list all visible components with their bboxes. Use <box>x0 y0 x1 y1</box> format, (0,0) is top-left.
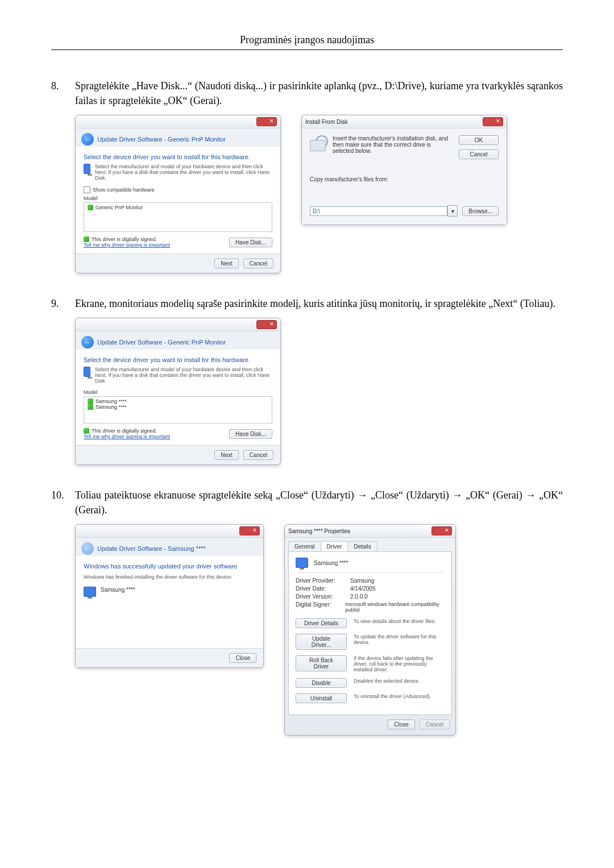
update-driver-dialog: ← Update Driver Software - Generic PnP M… <box>75 115 281 273</box>
next-button[interactable]: Next <box>214 450 239 460</box>
monitor-icon <box>84 587 96 597</box>
dialog-message: Insert the manufacturer's installation d… <box>333 135 453 154</box>
dialog-info: Select the manufacturer and model of you… <box>95 164 272 181</box>
driver-details-button[interactable]: Driver Details <box>296 618 347 628</box>
step-10: 10. Toliau pateiktuose ekranuose spragte… <box>51 488 563 517</box>
step-9: 9. Ekrane, monitoriaus modelių sąraše pa… <box>51 296 563 311</box>
shield-icon <box>88 398 93 404</box>
cancel-button[interactable]: Cancel <box>243 450 273 460</box>
breadcrumb: Update Driver Software - Samsung **** <box>97 545 206 552</box>
breadcrumb: Update Driver Software - Generic PnP Mon… <box>97 339 226 346</box>
cancel-button: Cancel <box>420 720 450 729</box>
disable-button[interactable]: Disable <box>296 678 347 688</box>
shield-icon <box>84 428 89 434</box>
dialog-heading: Select the device driver you want to ins… <box>84 153 272 160</box>
back-icon[interactable]: ← <box>81 133 94 146</box>
tab-general[interactable]: General <box>288 541 321 551</box>
roll-back-button[interactable]: Roll Back Driver <box>296 655 347 671</box>
step-8: 8. Spragtelėkite „Have Disk...“ (Naudoti… <box>51 78 563 108</box>
monitor-icon <box>296 558 308 568</box>
step-number: 10. <box>51 488 75 502</box>
device-name: Samsung **** <box>314 560 349 566</box>
uninstall-button[interactable]: Uninstall <box>296 693 347 703</box>
close-icon[interactable] <box>256 117 277 126</box>
cancel-button[interactable]: Cancel <box>243 259 273 268</box>
shield-icon <box>88 205 93 210</box>
tab-details[interactable]: Details <box>347 541 377 551</box>
signing-link[interactable]: Tell me why driver signing is important <box>84 434 170 439</box>
next-button[interactable]: Next <box>214 259 239 268</box>
monitor-icon <box>84 367 90 377</box>
breadcrumb: Update Driver Software - Generic PnP Mon… <box>97 136 226 143</box>
device-name: Samsung **** <box>101 587 135 597</box>
back-icon: ← <box>81 542 94 555</box>
disk-icon <box>310 135 327 152</box>
browse-button[interactable]: Browse... <box>462 206 499 216</box>
chevron-down-icon[interactable]: ▾ <box>447 205 458 217</box>
close-icon[interactable] <box>483 117 503 126</box>
tab-driver[interactable]: Driver <box>321 541 349 551</box>
model-label: Model <box>84 196 272 201</box>
close-icon[interactable] <box>256 320 277 329</box>
have-disk-button[interactable]: Have Disk... <box>229 238 272 247</box>
install-from-disk-dialog: Install From Disk Insert the manufacture… <box>301 115 507 225</box>
model-list[interactable]: Generic PnP Monitor <box>84 202 272 232</box>
close-button[interactable]: Close <box>229 653 256 663</box>
dialog-heading: Select the device driver you want to ins… <box>84 356 272 363</box>
dialog-title: Samsung **** Properties <box>288 528 350 534</box>
shield-icon <box>88 404 93 410</box>
close-button[interactable]: Close <box>388 720 415 729</box>
step-number: 9. <box>51 296 75 311</box>
signing-link[interactable]: Tell me why driver signing is important <box>84 242 170 248</box>
select-model-dialog: ← Update Driver Software - Generic PnP M… <box>75 318 281 465</box>
page-header: Programinės įrangos naudojimas <box>51 34 563 50</box>
step-text: Spragtelėkite „Have Disk...“ (Naudoti di… <box>75 78 563 108</box>
step-text: Toliau pateiktuose ekranuose spragtelėki… <box>75 488 563 517</box>
update-success-dialog: ← Update Driver Software - Samsung **** … <box>75 524 264 668</box>
monitor-icon <box>84 164 90 174</box>
dialog-subtext: Windows has finished installing the driv… <box>84 574 255 580</box>
dialog-title: Install From Disk <box>305 119 347 125</box>
close-icon[interactable] <box>432 526 452 535</box>
step-number: 8. <box>51 78 75 93</box>
close-icon[interactable] <box>239 526 260 535</box>
step-text: Ekrane, monitoriaus modelių sąraše pasir… <box>75 296 563 311</box>
update-driver-button[interactable]: Update Driver... <box>296 634 347 650</box>
cancel-button[interactable]: Cancel <box>459 149 499 159</box>
properties-dialog: Samsung **** Properties General Driver D… <box>284 524 456 736</box>
model-label: Model <box>84 389 272 395</box>
show-compatible-checkbox[interactable]: Show compatible hardware <box>84 186 272 193</box>
back-icon[interactable]: ← <box>81 336 94 348</box>
copy-from-label: Copy manufacturer's files from: <box>310 176 499 182</box>
dialog-info: Select the manufacturer and model of you… <box>95 367 272 384</box>
path-input[interactable] <box>310 206 447 216</box>
have-disk-button[interactable]: Have Disk... <box>229 429 272 439</box>
shield-icon <box>84 236 89 242</box>
dialog-heading: Windows has successfully updated your dr… <box>84 563 255 570</box>
model-list[interactable]: Samsung **** Samsung **** <box>84 396 272 423</box>
ok-button[interactable]: OK <box>459 135 499 145</box>
